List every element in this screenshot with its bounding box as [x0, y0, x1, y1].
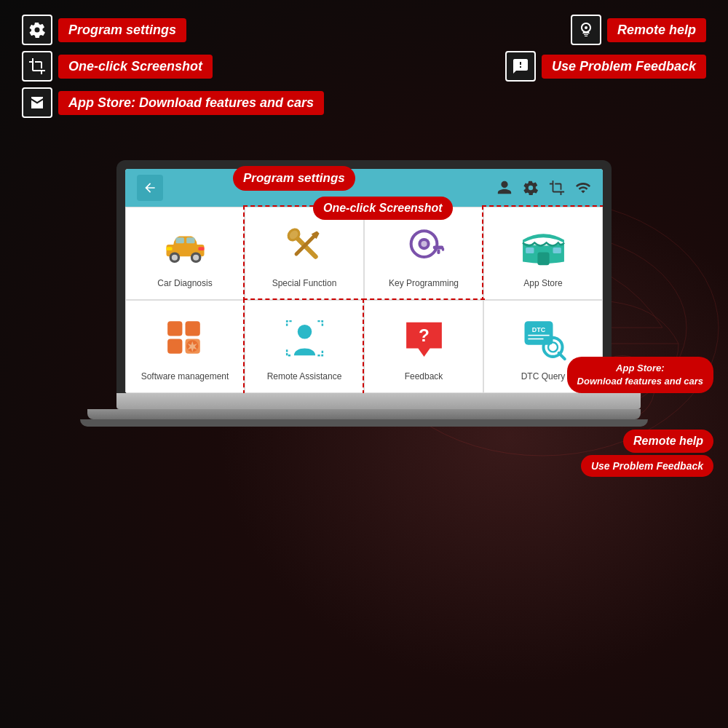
app-cell-key-programming[interactable]: Key Programming: [364, 207, 483, 300]
gear-icon-box: [22, 15, 52, 45]
software-management-icon: [162, 315, 209, 363]
dtc-query-icon: DTC: [520, 315, 567, 363]
callout-use-problem-feedback: Use Problem Feedback: [581, 455, 713, 477]
remote-icon-box: [571, 15, 601, 45]
software-management-label: Software management: [141, 371, 229, 381]
store-icon: [28, 94, 46, 111]
svg-point-13: [171, 255, 177, 261]
app-cell-app-store[interactable]: App Store: [483, 207, 603, 300]
features-row-1: Program settings Remote help: [22, 15, 706, 45]
app-cell-feedback[interactable]: ? Feedback: [364, 300, 483, 393]
callout-program-settings: Program settings: [233, 166, 355, 191]
laptop-hinge: [87, 409, 641, 419]
dtc-query-label: DTC Query: [521, 371, 566, 381]
laptop-bezel: Car Diagnosis: [116, 160, 612, 393]
appstore-line1: App Store:: [616, 363, 664, 373]
svg-text:?: ?: [419, 325, 430, 345]
remote-help-label: Remote help: [607, 18, 706, 42]
callout-remote-help: Remote help: [623, 430, 713, 453]
special-function-label: Special Function: [272, 278, 337, 288]
svg-rect-26: [437, 249, 440, 254]
svg-rect-28: [537, 252, 549, 265]
svg-point-36: [297, 325, 312, 339]
profile-icon[interactable]: [496, 180, 513, 196]
svg-point-43: [548, 342, 558, 352]
app-cell-remote-assistance[interactable]: Remote Assistance: [245, 300, 364, 393]
feature-screenshot: One-click Screenshot: [22, 51, 213, 82]
svg-point-15: [193, 255, 199, 261]
remote-assistance-label: Remote Assistance: [267, 371, 342, 381]
app-store-icon: [520, 222, 567, 269]
svg-rect-10: [175, 237, 183, 243]
screenshot-label: One-click Screenshot: [58, 55, 213, 79]
appstore-label: App Store: Download features and cars: [58, 91, 324, 115]
feature-appstore: App Store: Download features and cars: [22, 87, 324, 118]
svg-rect-33: [167, 339, 182, 354]
screenshot-header-icon[interactable]: [549, 180, 565, 196]
features-panel: Program settings Remote help One-click S…: [22, 15, 706, 118]
back-button[interactable]: [137, 175, 163, 201]
svg-rect-31: [167, 321, 182, 336]
car-diagnosis-label: Car Diagnosis: [157, 278, 212, 288]
feedback-label: Feedback: [405, 371, 443, 381]
app-cell-special-function[interactable]: Special Function: [245, 207, 364, 300]
app-grid: Car Diagnosis: [125, 207, 603, 393]
laptop-base: [116, 393, 641, 409]
special-function-icon: [281, 222, 328, 269]
feedback-icon-box: [505, 51, 536, 82]
svg-text:DTC: DTC: [531, 326, 545, 333]
feedback-icon: ?: [400, 315, 448, 363]
gear-icon: [28, 21, 46, 39]
svg-rect-16: [166, 247, 172, 250]
svg-rect-32: [185, 321, 199, 336]
wifi-icon[interactable]: [575, 180, 591, 196]
feature-remote-help: Remote help: [571, 15, 706, 45]
app-cell-software-management[interactable]: Software management: [125, 300, 245, 393]
svg-point-8: [585, 26, 587, 29]
features-row-2: One-click Screenshot Use Problem Feedbac…: [22, 51, 706, 82]
header-icons: [496, 180, 591, 196]
problem-feedback-label: Use Problem Feedback: [542, 55, 706, 79]
laptop-foot: [80, 419, 648, 427]
crop-icon-box: [22, 51, 52, 82]
app-cell-car-diagnosis[interactable]: Car Diagnosis: [125, 207, 245, 300]
svg-rect-11: [186, 237, 194, 243]
key-programming-label: Key Programming: [389, 278, 459, 288]
car-diagnosis-icon: [162, 222, 209, 269]
callout-screenshot: One-click Screenshot: [313, 197, 453, 220]
crop-icon: [28, 58, 46, 75]
remote-help-icon: [577, 21, 595, 39]
problem-feedback-icon: [512, 58, 529, 75]
svg-point-24: [421, 241, 427, 247]
feature-problem-feedback: Use Problem Feedback: [505, 51, 706, 82]
program-settings-label: Program settings: [58, 18, 186, 42]
back-arrow-icon: [143, 181, 157, 195]
svg-line-44: [558, 353, 564, 359]
svg-rect-30: [553, 248, 561, 253]
settings-icon[interactable]: [523, 180, 539, 196]
callout-appstore: App Store: Download features and cars: [567, 357, 713, 393]
features-row-3: App Store: Download features and cars: [22, 87, 706, 118]
appstore-line2: Download features and cars: [577, 376, 703, 387]
laptop: Car Diagnosis: [36, 160, 692, 713]
svg-rect-27: [441, 248, 443, 251]
key-programming-icon: [400, 222, 448, 269]
remote-assistance-icon: [281, 315, 328, 363]
store-icon-box: [22, 87, 52, 118]
svg-rect-17: [198, 247, 204, 250]
feature-program-settings: Program settings: [22, 15, 186, 45]
app-store-label: App Store: [523, 278, 562, 288]
svg-rect-29: [526, 248, 534, 253]
